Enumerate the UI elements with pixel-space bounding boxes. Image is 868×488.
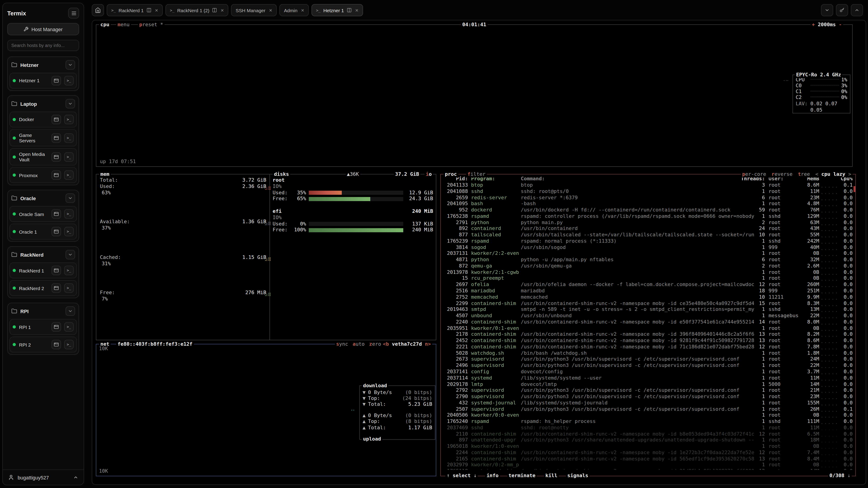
host-details-button[interactable] [52,152,61,162]
process-row[interactable]: 4871 python python -u /app/main.py nftab… [443,257,852,263]
group-header[interactable]: Laptop [9,98,77,110]
process-row[interactable]: 2040506 kworker/0:0-even 1 root 0B 0.0 [443,412,852,419]
process-row[interactable]: 1765239 rspamd rspamd: normal process (*… [443,238,852,245]
net-toggle-button[interactable]: auto [352,341,365,348]
process-row[interactable]: 2452 containerd-shim /usr/bin/containerd… [443,337,852,344]
process-row[interactable]: 4507 unbound /usr/sbin/unbound 1 message… [443,313,852,319]
group-header[interactable]: Hetzner [9,59,77,71]
process-row[interactable]: 897 unattended-upgr /usr/bin/python3 /us… [443,437,852,444]
sidebar-menu-button[interactable] [68,8,79,19]
group-header[interactable]: Oracle [9,192,77,204]
process-row[interactable]: 2792 supervisord /usr/bin/python3 /usr/b… [443,387,852,394]
refresh-interval[interactable]: + 2000ms - [811,22,843,28]
process-row[interactable]: 1765240 rspamd rspamd: hs_helper process… [443,418,852,425]
proc-toggle-button[interactable]: tree [798,171,810,177]
proc-toggle-button[interactable]: reverse [772,171,793,177]
tab-close-button[interactable]: × [268,7,272,13]
process-row[interactable]: 1965018 kworker/1:0-even 1 root 0B 0.0 [443,443,852,450]
process-row[interactable]: 2516 mariadbd mariadbd 18 999 251M 0.0 [443,288,852,294]
disks-io-button[interactable]: io [425,171,433,177]
group-collapse-button[interactable] [66,60,75,70]
host-details-button[interactable] [52,322,61,332]
host-item[interactable]: Hetzner 1 >_ [9,73,77,89]
split-view-icon[interactable] [346,8,351,13]
split-view-icon[interactable] [146,8,151,13]
proc-filter-button[interactable]: filter [466,171,487,177]
process-row[interactable]: 877 tailscaled /usr/sbin/tailscaled --st… [443,232,852,238]
proc-footer-key[interactable]: info [485,473,500,479]
host-item[interactable]: Open Media Vault >_ [9,148,77,165]
tab-close-button[interactable]: × [220,7,224,13]
process-row[interactable]: 2041133 btop btop 3 root 8.6M 0.1 [443,182,852,188]
proc-scrollbar[interactable] [854,186,855,192]
process-row[interactable]: 2697 ofelia /usr/bin/ofelia daemon --doc… [443,282,852,288]
split-view-icon[interactable] [212,8,217,13]
process-row[interactable]: 2037131 kworker/2:2-even 1 root 0B 0.0 [443,251,852,257]
home-button[interactable] [92,4,104,16]
host-manager-button[interactable]: Host Manager [7,23,79,35]
tab[interactable]: >_ RackNerd 1 (2) × [165,4,228,16]
process-row[interactable]: 2019463 smtpd smtpd -n 589 -t inet -u -o… [443,306,852,313]
process-row[interactable]: 2032979 kworker/0:2-mm_p 1 root 0B 0.0 [443,462,852,468]
process-row[interactable]: 2221 containerd-shim /usr/bin/containerd… [443,344,852,350]
host-terminal-button[interactable]: >_ [64,209,74,219]
process-row[interactable]: 1765118 containerd-shim /usr/bin/contain… [443,468,852,470]
process-row[interactable]: 872 qemu-ga /usr/sbin/qemu-ga 2 root 2.6… [443,263,852,269]
group-collapse-button[interactable] [66,306,75,316]
tab-close-button[interactable]: × [154,7,158,13]
process-row[interactable]: 5028 watchdog.sh /bin/bash /watchdog.sh … [443,350,852,356]
process-row[interactable]: 2507 supervisord /usr/bin/python3 /usr/b… [443,406,852,412]
process-row[interactable]: 3814 sogod /usr/sbin/sogod 1 999 40M 0.0 [443,244,852,251]
col-command[interactable]: Command: [521,176,740,182]
group-header[interactable]: RackNerd [9,249,77,261]
host-item[interactable]: RPI 1 >_ [9,319,77,335]
tab-close-button[interactable]: × [354,7,358,13]
process-row[interactable]: 2037114 systemd /lib/systemd/systemd --u… [443,375,852,381]
process-row[interactable]: 2041088 sshd sshd: root@pts/0 1 root 11M… [443,188,852,195]
host-item[interactable]: Oracle Sam >_ [9,206,77,222]
tab[interactable]: >_ Admin × [279,4,309,16]
proc-footer-key[interactable]: kill [544,473,559,479]
tab[interactable]: >_ Hetzner 1 × [311,4,363,16]
process-row[interactable]: 2673 supervisord /usr/bin/python3 /usr/b… [443,356,852,363]
process-row[interactable]: 2752 memcached memcached 10 11211 9.9M 0… [443,294,852,300]
process-row[interactable]: 15 rcu_preempt 1 root 0B 0.0 [443,275,852,282]
host-item[interactable]: Oracle 1 >_ [9,224,77,240]
host-details-button[interactable] [52,284,61,293]
host-terminal-button[interactable]: >_ [64,115,74,124]
user-menu-button[interactable] [73,475,78,480]
proc-footer-key[interactable]: ↑ select ↓ [445,473,478,479]
process-row[interactable]: 2041095 bash -bash 1 root 4.8M 0.0 [443,201,852,207]
panel-down-button[interactable] [821,4,833,16]
process-row[interactable]: 2791 python python main.py 2 root 63M 0.… [443,219,852,226]
net-interface-selector[interactable]: <b vetha7c27d n> [381,341,432,348]
proc-sort-selector[interactable]: < cpu lazy > [815,171,851,177]
host-terminal-button[interactable]: >_ [64,340,74,350]
process-row[interactable]: 892 containerd /usr/bin/containerd 24 ro… [443,226,852,232]
tab-close-button[interactable]: × [300,7,304,13]
proc-footer-key[interactable]: terminate [507,473,537,479]
credentials-button[interactable] [836,4,848,16]
host-item[interactable]: Docker >_ [9,111,77,127]
host-details-button[interactable] [52,209,61,219]
process-row[interactable]: 2013978 kworker/2:1-cgwb 1 root 0B 0.0 [443,269,852,275]
panel-up-button[interactable] [851,4,863,16]
proc-toggle-button[interactable]: per-core [742,171,766,177]
host-terminal-button[interactable]: >_ [64,266,74,275]
host-details-button[interactable] [52,115,61,124]
group-collapse-button[interactable] [66,99,75,108]
process-row[interactable]: 2790 supervisord /usr/bin/python3 /usr/b… [443,394,852,400]
process-row[interactable]: 2037469 sshd sshd: root@notty 1 root 11M… [443,425,852,431]
net-toggle-button[interactable]: zero [369,341,381,348]
group-header[interactable]: RPI [9,305,77,318]
host-terminal-button[interactable]: >_ [64,133,74,142]
group-collapse-button[interactable] [66,250,75,260]
process-row[interactable]: 2165 containerd-shim /usr/bin/containerd… [443,456,852,462]
process-row[interactable]: 2240 containerd-shim /usr/bin/containerd… [443,319,852,325]
host-details-button[interactable] [52,170,61,180]
proc-footer-key[interactable]: signals [566,473,590,479]
host-details-button[interactable] [52,76,61,86]
process-row[interactable]: 2244 containerd-shim /usr/bin/containerd… [443,450,852,456]
host-item[interactable]: RackNerd 2 >_ [9,281,77,296]
host-item[interactable]: RPI 2 >_ [9,337,77,353]
